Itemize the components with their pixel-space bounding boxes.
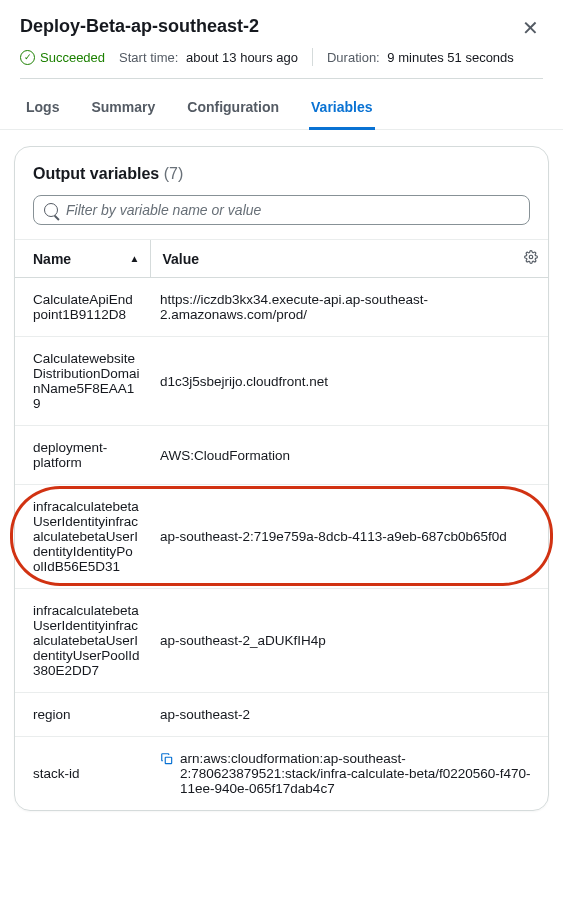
column-header-value[interactable]: Value (163, 250, 539, 267)
page-title: Deploy-Beta-ap-southeast-2 (20, 16, 259, 37)
sort-asc-icon: ▲ (130, 253, 140, 264)
var-name: infracalculatebetaUserIdentityinfracalcu… (15, 589, 150, 693)
tab-bar: Logs Summary Configuration Variables (0, 89, 563, 130)
search-icon (44, 203, 58, 217)
tab-summary[interactable]: Summary (89, 89, 157, 130)
vertical-divider (312, 48, 313, 66)
column-value-label: Value (163, 251, 200, 267)
var-name: stack-id (15, 737, 150, 811)
duration-label: Duration: (327, 50, 380, 65)
duration: Duration: 9 minutes 51 seconds (327, 50, 514, 65)
duration-value: 9 minutes 51 seconds (387, 50, 513, 65)
status-badge: ✓ Succeeded (20, 50, 105, 65)
table-row: stack-id arn:aws:cloudformation:ap-south… (15, 737, 548, 811)
svg-rect-1 (165, 757, 171, 763)
var-value: d1c3j5sbejrijo.cloudfront.net (150, 337, 548, 426)
var-name: CalculateApiEndpoint1B9112D8 (15, 278, 150, 337)
tab-configuration[interactable]: Configuration (185, 89, 281, 130)
var-value: ap-southeast-2:719e759a-8dcb-4113-a9eb-6… (150, 485, 548, 589)
card-title: Output variables (7) (15, 165, 548, 195)
settings-icon[interactable] (524, 250, 538, 267)
table-row: CalculatewebsiteDistributionDomainName5F… (15, 337, 548, 426)
filter-input-wrap[interactable] (33, 195, 530, 225)
details-panel: Deploy-Beta-ap-southeast-2 ✕ ✓ Succeeded… (0, 0, 563, 79)
column-name-label: Name (33, 251, 71, 267)
var-value: arn:aws:cloudformation:ap-southeast-2:78… (180, 751, 538, 796)
card-count: (7) (164, 165, 184, 182)
table-row: deployment-platform AWS:CloudFormation (15, 426, 548, 485)
var-name: deployment-platform (15, 426, 150, 485)
copy-button[interactable] (160, 752, 174, 769)
tab-logs[interactable]: Logs (24, 89, 61, 130)
horizontal-divider (20, 78, 543, 79)
success-check-icon: ✓ (20, 50, 35, 65)
table-row: region ap-southeast-2 (15, 693, 548, 737)
table-row: CalculateApiEndpoint1B9112D8 https://icz… (15, 278, 548, 337)
start-time: Start time: about 13 hours ago (119, 50, 298, 65)
var-value: ap-southeast-2_aDUKfIH4p (150, 589, 548, 693)
output-variables-card: Output variables (7) Name ▲ Value (14, 146, 549, 811)
close-button[interactable]: ✕ (518, 16, 543, 40)
tab-variables[interactable]: Variables (309, 89, 375, 130)
meta-bar: ✓ Succeeded Start time: about 13 hours a… (20, 48, 543, 66)
column-header-name[interactable]: Name ▲ (33, 251, 140, 267)
var-value: ap-southeast-2 (150, 693, 548, 737)
var-value: AWS:CloudFormation (150, 426, 548, 485)
var-name: CalculatewebsiteDistributionDomainName5F… (15, 337, 150, 426)
var-value: https://iczdb3kx34.execute-api.ap-southe… (150, 278, 548, 337)
table-row: infracalculatebetaUserIdentityinfracalcu… (15, 485, 548, 589)
svg-point-0 (529, 255, 533, 259)
start-time-value: about 13 hours ago (186, 50, 298, 65)
filter-input[interactable] (66, 202, 519, 218)
start-time-label: Start time: (119, 50, 178, 65)
table-row: infracalculatebetaUserIdentityinfracalcu… (15, 589, 548, 693)
status-text: Succeeded (40, 50, 105, 65)
var-name: infracalculatebetaUserIdentityinfracalcu… (15, 485, 150, 589)
variables-table: Name ▲ Value CalculateApiEndpoint1B9112D… (15, 239, 548, 810)
card-title-text: Output variables (33, 165, 159, 182)
var-name: region (15, 693, 150, 737)
